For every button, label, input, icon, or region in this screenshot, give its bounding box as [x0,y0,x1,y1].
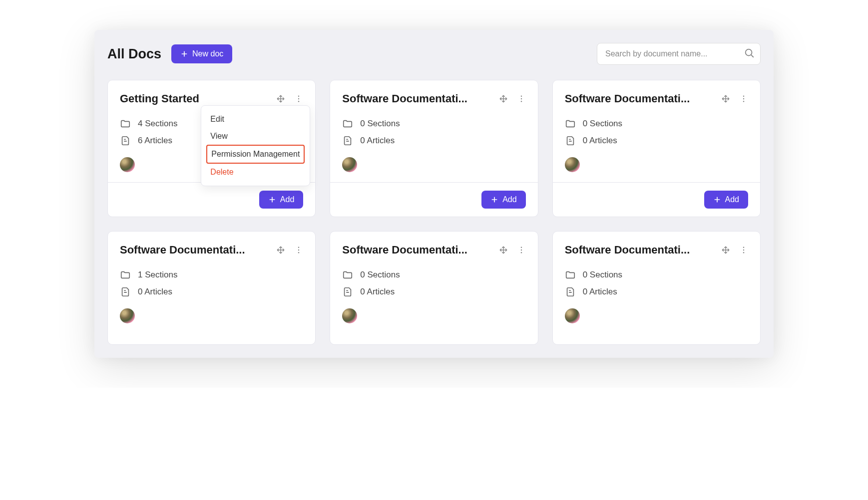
svg-point-17 [743,250,744,250]
svg-point-12 [298,252,299,253]
doc-title: Software Documentati... [342,244,467,256]
document-icon [565,135,576,146]
menu-edit[interactable]: Edit [206,111,305,128]
document-icon [342,135,353,146]
folder-icon [120,269,131,280]
articles-stat: 0 Articles [342,135,525,146]
search-box [597,43,761,65]
doc-card: Getting Started 4 Sections 6 Articles [107,80,316,217]
plus-icon [268,196,276,204]
move-icon[interactable] [499,94,508,103]
doc-title: Software Documentati... [565,92,690,105]
more-icon[interactable] [294,246,303,254]
svg-point-8 [743,98,744,99]
svg-point-11 [298,250,299,250]
svg-point-3 [298,101,299,102]
add-button[interactable]: Add [481,191,525,209]
svg-point-5 [520,98,521,99]
move-icon[interactable] [276,94,285,103]
new-doc-label: New doc [192,49,223,58]
more-icon[interactable] [517,246,526,254]
avatar [120,308,135,323]
card-menu: Edit View Permission Management Delete [201,105,310,186]
svg-point-7 [743,96,744,97]
svg-point-16 [743,247,744,248]
articles-text: 0 Articles [138,287,172,297]
sections-stat: 0 Sections [565,118,748,129]
move-icon[interactable] [721,246,730,254]
sections-text: 0 Sections [360,119,400,129]
sections-text: 0 Sections [360,270,400,280]
doc-title: Getting Started [120,92,199,105]
move-icon[interactable] [499,246,508,254]
more-icon[interactable] [517,94,526,103]
plus-icon [713,196,721,204]
sections-stat: 1 Sections [120,269,303,280]
svg-point-6 [520,101,521,102]
svg-point-14 [520,250,521,250]
header-left: All Docs New doc [107,44,232,63]
plus-icon [490,196,498,204]
more-icon[interactable] [739,246,748,254]
sections-stat: 0 Sections [342,118,525,129]
articles-text: 0 Articles [360,287,395,297]
add-button[interactable]: Add [259,191,303,209]
menu-delete[interactable]: Delete [206,164,305,181]
svg-point-4 [520,96,521,97]
svg-point-15 [520,252,521,253]
doc-card: Software Documentati... 0 Sections 0 Art… [330,80,538,217]
articles-stat: 0 Articles [565,135,748,146]
doc-title: Software Documentati... [565,244,690,256]
articles-stat: 0 Articles [120,286,303,297]
add-label: Add [280,195,294,204]
doc-card: Software Documentati... 0 Sections 0 Art… [330,231,538,345]
add-label: Add [725,195,739,204]
doc-title: Software Documentati... [342,92,467,105]
docs-grid: Getting Started 4 Sections 6 Articles [94,80,774,358]
articles-text: 0 Articles [583,287,617,297]
avatar [120,157,135,172]
doc-card: Software Documentati... 1 Sections 0 Art… [107,231,316,345]
svg-point-10 [298,247,299,248]
folder-icon [342,269,353,280]
search-input[interactable] [597,43,761,65]
document-icon [120,135,131,146]
articles-text: 0 Articles [360,136,395,146]
avatar [342,157,357,172]
plus-icon [180,50,188,58]
svg-point-0 [746,49,752,56]
articles-text: 6 Articles [138,136,172,146]
svg-point-13 [520,247,521,248]
articles-stat: 0 Articles [565,286,748,297]
document-icon [342,286,353,297]
page-title: All Docs [107,46,161,62]
page-header: All Docs New doc [94,30,774,80]
move-icon[interactable] [721,94,730,103]
sections-text: 4 Sections [138,119,177,129]
svg-point-1 [298,96,299,97]
folder-icon [565,269,576,280]
more-icon[interactable] [739,94,748,103]
svg-point-2 [298,98,299,99]
svg-point-18 [743,252,744,253]
doc-title: Software Documentati... [120,244,245,256]
folder-icon [342,118,353,129]
folder-icon [565,118,576,129]
search-icon [744,47,755,60]
sections-stat: 0 Sections [565,269,748,280]
folder-icon [120,118,131,129]
add-button[interactable]: Add [704,191,748,209]
new-doc-button[interactable]: New doc [171,44,232,63]
doc-card: Software Documentati... 0 Sections 0 Art… [552,80,761,217]
add-label: Add [502,195,516,204]
menu-view[interactable]: View [206,128,305,145]
svg-point-9 [743,101,744,102]
more-icon[interactable] [294,94,303,103]
sections-stat: 0 Sections [342,269,525,280]
menu-permission-management[interactable]: Permission Management [206,145,305,164]
doc-card: Software Documentati... 0 Sections 0 Art… [552,231,761,345]
document-icon [120,286,131,297]
sections-text: 0 Sections [583,119,622,129]
articles-text: 0 Articles [583,136,617,146]
move-icon[interactable] [276,246,285,254]
